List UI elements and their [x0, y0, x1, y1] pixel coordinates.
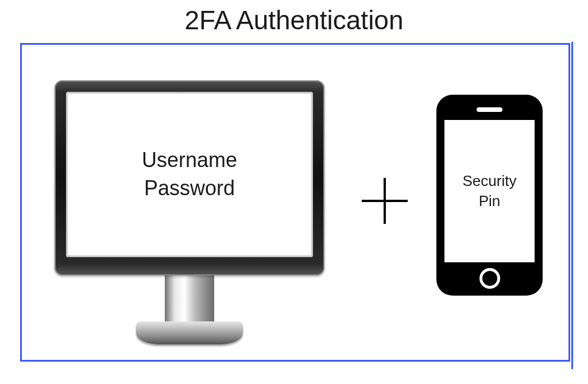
monitor-bezel: Username Password	[55, 80, 324, 276]
monitor-icon: Username Password	[55, 80, 324, 356]
phone-text: Security Pin	[463, 171, 517, 211]
phone-line-2: Pin	[479, 192, 501, 210]
diagram-title: 2FA Authentication	[0, 5, 588, 36]
monitor-screen: Username Password	[66, 92, 313, 257]
monitor-neck	[165, 274, 214, 326]
phone-icon: Security Pin	[436, 95, 543, 296]
phone-speaker	[477, 107, 502, 112]
monitor-text: Username Password	[142, 146, 237, 202]
monitor-base	[136, 321, 243, 344]
phone-line-1: Security	[463, 172, 517, 189]
monitor-line-1: Username	[142, 148, 237, 172]
phone-screen: Security Pin	[444, 120, 535, 262]
monitor-line-2: Password	[144, 176, 235, 200]
diagram-frame-right-accent	[571, 42, 573, 369]
plus-icon	[362, 178, 408, 224]
phone-home-button-icon	[479, 268, 500, 289]
